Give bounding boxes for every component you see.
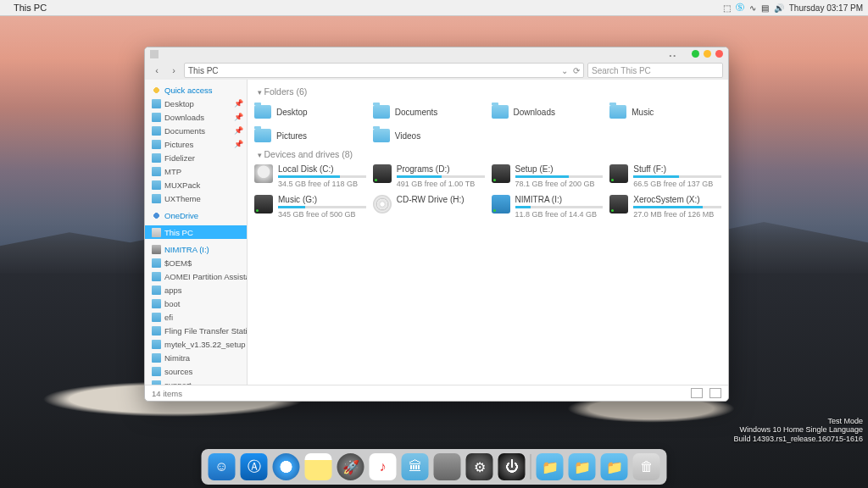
dock-launchpad-icon[interactable]: 🚀 — [337, 453, 364, 480]
folder-icon — [609, 105, 626, 119]
drive-icon — [254, 195, 273, 214]
folder-icon — [373, 105, 390, 119]
dock-folder-3[interactable]: 📁 — [601, 453, 628, 480]
folder-icon — [152, 99, 161, 108]
dock: ☺ Ⓐ 🚀 ♪ 🏛 ⚙ ⏻ 📁 📁 📁 🗑 — [202, 449, 667, 485]
dock-safari-icon[interactable] — [273, 453, 300, 480]
folder-item[interactable]: Videos — [373, 125, 485, 146]
sidebar-item[interactable]: Fling File Transfer Station — [145, 324, 247, 337]
nav-forward-button[interactable]: › — [167, 64, 181, 77]
window-grip-icon: •• — [669, 52, 677, 59]
titlebar[interactable]: •• — [145, 47, 728, 61]
sidebar-item[interactable]: Fidelizer — [145, 151, 247, 164]
content-pane[interactable]: Folders (6) DesktopDocumentsDownloadsMus… — [248, 80, 728, 385]
drive-icon — [492, 164, 510, 183]
sidebar-item[interactable]: boot — [145, 297, 247, 310]
toolbar: ‹ › This PC ⌄⟳ Search This PC — [145, 61, 728, 80]
folders-group-header[interactable]: Folders (6) — [258, 86, 721, 97]
sidebar-nimitra-drive[interactable]: NIMITRA (I:) — [145, 242, 247, 256]
menubar-app-title[interactable]: This PC — [14, 3, 47, 13]
drive-icon — [609, 164, 628, 183]
drive-icon — [152, 245, 161, 254]
dock-settings-icon[interactable]: ⚙ — [466, 453, 493, 480]
nav-back-button[interactable]: ‹ — [150, 64, 164, 77]
window-minimize-button[interactable] — [692, 50, 699, 58]
sidebar-item[interactable]: MUXPack — [145, 178, 247, 191]
sidebar-item[interactable]: mytek_v1.35.22_setup — [145, 337, 247, 351]
sidebar-quick-access[interactable]: Quick access — [145, 83, 247, 97]
menubar-clock[interactable]: Thursday 03:17 PM — [789, 3, 863, 13]
sidebar-item[interactable]: Downloads📌 — [145, 110, 247, 124]
dock-appstore-icon[interactable]: Ⓐ — [241, 453, 268, 480]
folder-icon — [373, 129, 390, 142]
folder-icon — [152, 140, 161, 149]
dock-finder-icon[interactable]: ☺ — [209, 453, 236, 480]
dock-power-icon[interactable]: ⏻ — [498, 453, 526, 480]
drive-item[interactable]: Setup (E:)78.1 GB free of 200 GB — [492, 164, 604, 191]
sidebar-item[interactable]: Pictures📌 — [145, 137, 247, 151]
view-large-icon[interactable] — [709, 388, 721, 398]
view-details-icon[interactable] — [691, 388, 703, 398]
sidebar-item[interactable]: MTP — [145, 164, 247, 178]
dock-folder-1[interactable]: 📁 — [537, 453, 564, 480]
dock-disk-icon[interactable] — [434, 453, 461, 480]
tray-action-center-icon[interactable]: ▤ — [761, 3, 769, 13]
address-refresh-icon[interactable]: ⟳ — [573, 66, 580, 75]
tray-network-icon[interactable]: ∿ — [749, 3, 756, 13]
search-input[interactable]: Search This PC — [587, 63, 723, 78]
sidebar-item[interactable]: Nimitra — [145, 351, 247, 364]
sidebar-item[interactable]: UXTheme — [145, 191, 247, 205]
sidebar-item[interactable]: Documents📌 — [145, 124, 247, 137]
tray-volume-icon[interactable]: 🔊 — [774, 3, 784, 13]
folder-item[interactable]: Music — [609, 102, 721, 122]
folder-icon — [152, 272, 161, 281]
drives-group-header[interactable]: Devices and drives (8) — [258, 149, 721, 159]
folder-item[interactable]: Pictures — [254, 125, 366, 146]
folder-item[interactable]: Downloads — [492, 102, 604, 122]
folder-item[interactable]: Documents — [373, 102, 485, 122]
folder-item[interactable]: Desktop — [254, 102, 366, 122]
dock-trash-icon[interactable]: 🗑 — [633, 453, 660, 480]
menubar: This PC ⬚ Ⓢ ∿ ▤ 🔊 Thursday 03:17 PM — [0, 0, 868, 16]
cloud-icon — [152, 211, 161, 220]
drive-item[interactable]: NIMITRA (I:)11.8 GB free of 14.4 GB — [492, 195, 604, 222]
sidebar-item[interactable]: apps — [145, 283, 247, 297]
drive-icon — [373, 195, 392, 214]
folder-icon — [152, 167, 161, 176]
sidebar-item[interactable]: efi — [145, 310, 247, 324]
sidebar-item[interactable]: Desktop📌 — [145, 97, 247, 110]
pin-icon: 📌 — [234, 113, 243, 121]
drive-item[interactable]: CD-RW Drive (H:) — [373, 195, 485, 222]
drive-item[interactable]: Programs (D:)491 GB free of 1.00 TB — [373, 164, 485, 191]
window-close-button[interactable] — [715, 50, 723, 58]
sidebar-item[interactable]: support — [145, 378, 247, 385]
drive-item[interactable]: XerocSystem (X:)27.0 MB free of 126 MB — [609, 195, 721, 222]
address-bar[interactable]: This PC ⌄⟳ — [184, 63, 584, 78]
folder-icon — [152, 180, 161, 190]
sidebar-item[interactable]: sources — [145, 364, 247, 378]
status-count: 14 items — [152, 389, 182, 398]
dock-notes-icon[interactable] — [305, 453, 332, 480]
pin-icon: 📌 — [234, 126, 243, 135]
dock-library-icon[interactable]: 🏛 — [402, 453, 429, 480]
tray-dropbox-icon[interactable]: ⬚ — [723, 3, 731, 13]
star-icon — [152, 86, 161, 95]
sidebar-this-pc[interactable]: This PC — [145, 225, 247, 239]
file-explorer-window: •• ‹ › This PC ⌄⟳ Search This PC Quick a… — [144, 47, 729, 402]
drive-item[interactable]: Local Disk (C:)34.5 GB free of 118 GB — [254, 164, 366, 191]
sidebar-onedrive[interactable]: OneDrive — [145, 208, 247, 222]
drive-icon — [373, 164, 392, 183]
drive-item[interactable]: Music (G:)345 GB free of 500 GB — [254, 195, 366, 222]
sidebar-item[interactable]: AOMEI Partition Assistant — [145, 269, 247, 283]
folder-icon — [254, 105, 271, 119]
window-maximize-button[interactable] — [704, 50, 711, 58]
drive-item[interactable]: Stuff (F:)66.5 GB free of 137 GB — [609, 164, 721, 191]
address-dropdown-icon[interactable]: ⌄ — [561, 66, 568, 75]
tray-skype-icon[interactable]: Ⓢ — [736, 2, 744, 14]
dock-music-icon[interactable]: ♪ — [370, 453, 397, 480]
system-tray[interactable]: ⬚ Ⓢ ∿ ▤ 🔊 Thursday 03:17 PM — [723, 2, 863, 14]
dock-folder-2[interactable]: 📁 — [569, 453, 596, 480]
folder-icon — [152, 286, 161, 295]
sidebar-item[interactable]: $OEM$ — [145, 256, 247, 269]
folder-icon — [152, 299, 161, 308]
